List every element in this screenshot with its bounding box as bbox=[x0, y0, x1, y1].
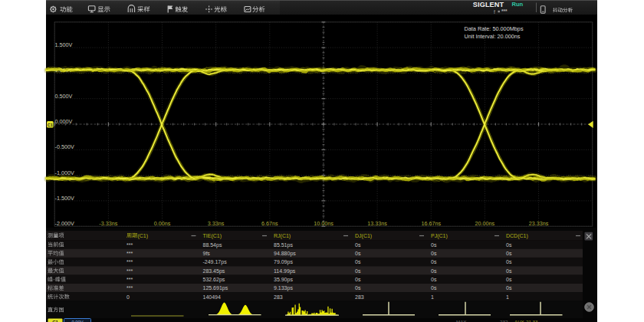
svg-text:***: *** bbox=[127, 251, 133, 256]
svg-text:283: 283 bbox=[355, 294, 364, 300]
svg-text:TIE(C1): TIE(C1) bbox=[203, 233, 222, 239]
svg-text:0s: 0s bbox=[431, 251, 437, 256]
svg-text:0s: 0s bbox=[506, 242, 512, 248]
svg-text:0.000V: 0.000V bbox=[55, 118, 73, 125]
svg-text:232: 232 bbox=[500, 319, 508, 322]
svg-text:C1: C1 bbox=[48, 123, 53, 127]
svg-text:-249.17ps: -249.17ps bbox=[203, 259, 228, 265]
svg-text:-0.500V: -0.500V bbox=[55, 143, 74, 150]
svg-text:-3.33ns: -3.33ns bbox=[99, 220, 117, 227]
svg-text:16.67ns: 16.67ns bbox=[421, 220, 441, 227]
svg-text:-2.000V: -2.000V bbox=[55, 220, 74, 227]
svg-text:0s: 0s bbox=[506, 268, 512, 274]
svg-text:140494: 140494 bbox=[203, 294, 221, 300]
svg-text:Unit Interval: 20.000ns: Unit Interval: 20.000ns bbox=[465, 33, 521, 40]
svg-text:0s: 0s bbox=[431, 285, 437, 291]
svg-text:AUX: AUX bbox=[514, 319, 524, 322]
svg-text:0s: 0s bbox=[431, 268, 437, 274]
svg-text:DCD(C1): DCD(C1) bbox=[506, 233, 528, 239]
svg-text:125.691ps: 125.691ps bbox=[203, 285, 228, 291]
svg-text:0s: 0s bbox=[431, 277, 437, 282]
svg-text:0s: 0s bbox=[355, 268, 361, 274]
svg-text:***: *** bbox=[127, 285, 133, 291]
svg-text:0s: 0s bbox=[355, 251, 361, 256]
svg-text:0s: 0s bbox=[355, 277, 361, 282]
svg-text:Run: Run bbox=[512, 1, 524, 8]
svg-text:0s: 0s bbox=[431, 259, 437, 264]
svg-text:***: *** bbox=[127, 277, 133, 282]
svg-text:532.62ps: 532.62ps bbox=[203, 277, 225, 283]
svg-text:0.00ns: 0.00ns bbox=[154, 220, 171, 227]
svg-text:***: *** bbox=[127, 259, 133, 264]
svg-text:21.33: 21.33 bbox=[526, 319, 538, 322]
svg-text:SIGLENT: SIGLENT bbox=[473, 1, 504, 8]
svg-text:94.880ps: 94.880ps bbox=[274, 251, 296, 257]
svg-text:0s: 0s bbox=[506, 285, 512, 291]
svg-text:0s: 0s bbox=[355, 285, 361, 291]
svg-text:PJ(C1): PJ(C1) bbox=[431, 233, 448, 239]
svg-text:0s: 0s bbox=[506, 277, 512, 282]
svg-text:(C1): (C1) bbox=[137, 233, 148, 239]
svg-text:35.90ps: 35.90ps bbox=[274, 277, 293, 283]
svg-text:1.500V: 1.500V bbox=[55, 41, 73, 48]
svg-text:283.45ps: 283.45ps bbox=[203, 268, 225, 274]
svg-text:0s: 0s bbox=[431, 242, 437, 248]
svg-text:114.99ps: 114.99ps bbox=[274, 268, 296, 274]
svg-text:0s: 0s bbox=[355, 242, 361, 248]
svg-text:DJ(C1): DJ(C1) bbox=[355, 233, 372, 239]
svg-text:MAX: MAX bbox=[456, 319, 466, 322]
svg-text:1: 1 bbox=[431, 294, 434, 300]
svg-text:***: *** bbox=[127, 242, 133, 248]
svg-text:9fs: 9fs bbox=[203, 251, 211, 256]
svg-text:0.500V: 0.500V bbox=[55, 93, 73, 100]
svg-text:f: f bbox=[494, 9, 495, 15]
svg-text:0s: 0s bbox=[506, 259, 512, 264]
svg-text:23.33ns: 23.33ns bbox=[529, 220, 549, 227]
svg-text:Data Rate: 50.000Mbps: Data Rate: 50.000Mbps bbox=[465, 25, 524, 32]
svg-text:3.33ns: 3.33ns bbox=[208, 220, 225, 227]
svg-text:283: 283 bbox=[274, 294, 283, 300]
svg-text:***: *** bbox=[127, 268, 133, 274]
svg-text:0: 0 bbox=[127, 294, 130, 300]
svg-text:0s: 0s bbox=[355, 259, 361, 264]
svg-text:-1.500V: -1.500V bbox=[55, 195, 74, 202]
svg-text:13.33ns: 13.33ns bbox=[367, 220, 387, 227]
svg-text:10.00ns: 10.00ns bbox=[314, 220, 334, 227]
svg-text:0.00V: 0.00V bbox=[71, 320, 83, 322]
svg-text:20.00ns: 20.00ns bbox=[475, 220, 495, 227]
svg-text:C1: C1 bbox=[52, 320, 58, 322]
svg-text:6.67ns: 6.67ns bbox=[261, 220, 278, 227]
svg-text:-1.000V: -1.000V bbox=[55, 169, 74, 176]
svg-text:79.09ps: 79.09ps bbox=[274, 259, 293, 265]
svg-text:9.133ps: 9.133ps bbox=[274, 285, 293, 291]
svg-text:88.54ps: 88.54ps bbox=[203, 242, 222, 248]
svg-text:85.51ps: 85.51ps bbox=[274, 242, 293, 248]
svg-text:***: *** bbox=[501, 8, 508, 14]
svg-text:1: 1 bbox=[506, 294, 509, 300]
svg-text:0s: 0s bbox=[506, 251, 512, 256]
svg-text:RJ(C1): RJ(C1) bbox=[274, 233, 291, 239]
